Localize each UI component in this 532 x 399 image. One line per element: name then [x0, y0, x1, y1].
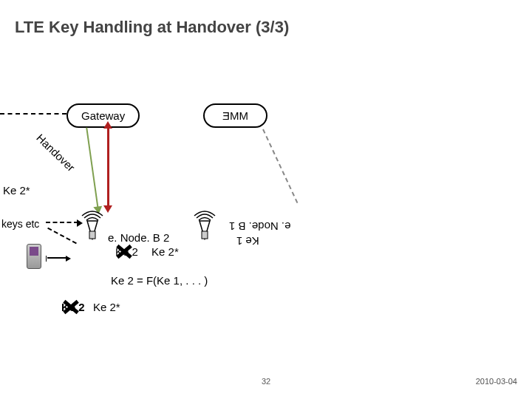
ke2star-label: Ke 2* [151, 245, 179, 258]
svg-rect-0 [89, 231, 95, 239]
page-title: LTE Key Handling at Handover (3/3) [15, 18, 289, 37]
handover-arrow [86, 127, 99, 209]
dashed-line-to-gateway [0, 113, 66, 115]
mme-label: MME [222, 109, 248, 122]
attach-arrow [47, 257, 66, 259]
slide-date: 2010-03-04 [476, 377, 517, 386]
keys-etc-label: keys etc [1, 218, 39, 230]
mme-box: MME [203, 103, 267, 128]
keys-arrow [46, 222, 78, 223]
ke2star-bottom-label: Ke 2* [93, 301, 120, 313]
handover-label: Handover [34, 132, 78, 174]
enodeb1-label: e. Node. B 1 [229, 220, 290, 233]
key-formula: Ke 2 = F(Ke 1, . . . ) [111, 274, 208, 287]
dashed-line-mme [262, 129, 298, 204]
slide-number: 32 [262, 377, 270, 386]
ke2star-left-label: Ke 2* [3, 184, 30, 197]
phone-icon [27, 244, 41, 269]
enodeb1-tower-icon [192, 211, 217, 240]
ke1-label: Ke 1 [236, 235, 259, 248]
red-double-arrow [107, 127, 109, 207]
enodeb2-label: e. Node. B 2 [108, 231, 169, 244]
diag-arrow [47, 228, 77, 244]
svg-rect-1 [202, 231, 208, 239]
enodeb2-tower-icon [80, 211, 105, 240]
